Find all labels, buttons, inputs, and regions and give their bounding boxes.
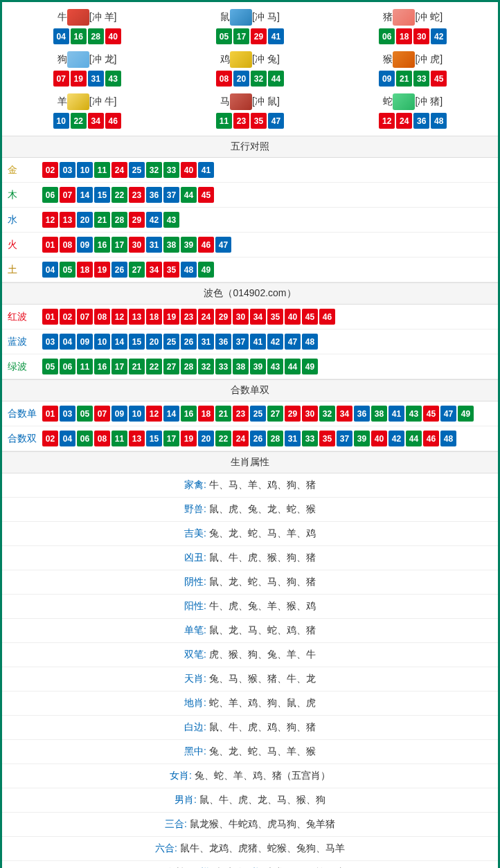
zodiac-nums: 09213345 (332, 71, 494, 87)
number-ball: 30 (413, 28, 429, 44)
attr-val: 鼠牛、龙鸡、虎猪、蛇猴、兔狗、马羊 (180, 842, 345, 853)
number-ball: 41 (198, 162, 214, 178)
data-row: 土04051819262734354849 (2, 257, 498, 282)
number-ball: 40 (181, 162, 197, 178)
attr-row: 男肖:鼠、牛、虎、龙、马、猴、狗 (2, 788, 498, 813)
number-ball: 31 (88, 71, 104, 87)
attr-key: 双笔: (184, 649, 206, 660)
attr-val: 鼠、牛、虎、鸡、狗、猪 (209, 721, 316, 732)
attr-key: 女肖: (170, 770, 192, 781)
attr-row: 地肖:蛇、羊、鸡、狗、鼠、虎 (2, 691, 498, 716)
number-ball: 06 (60, 359, 75, 374)
number-ball: 07 (94, 406, 110, 422)
number-ball: 47 (215, 237, 231, 253)
number-ball: 38 (371, 406, 387, 422)
attr-val: 蛇、羊、鸡、狗、鼠、虎 (209, 697, 316, 708)
number-ball: 38 (163, 237, 179, 253)
number-ball: 17 (111, 359, 127, 374)
number-ball: 22 (215, 431, 231, 446)
number-ball: 14 (111, 334, 127, 350)
number-ball: 11 (77, 359, 93, 374)
ic-snake-icon (393, 93, 415, 110)
number-ball: 19 (94, 262, 110, 278)
number-ball: 11 (216, 113, 232, 129)
attr-key: 家禽: (184, 479, 206, 490)
number-ball: 40 (285, 309, 301, 325)
number-ball: 28 (267, 431, 283, 446)
number-ball: 31 (285, 431, 301, 446)
qin-row: 琴:兔蛇鸡 棋:鼠牛狗 书:虎龙马 画:羊猴猪 (2, 861, 498, 868)
number-ball: 21 (215, 406, 231, 422)
number-ball: 32 (146, 162, 162, 178)
zodiac-chong: [冲 兔] (252, 53, 280, 64)
number-ball: 18 (77, 262, 93, 278)
number-ball: 14 (77, 187, 93, 203)
number-ball: 20 (77, 212, 93, 228)
number-ball: 32 (198, 359, 214, 374)
attr-val: 鼠、牛、虎、龙、马、猴、狗 (199, 794, 325, 805)
number-ball: 22 (111, 187, 127, 203)
number-ball: 27 (267, 406, 283, 422)
attr-row: 白边:鼠、牛、虎、鸡、狗、猪 (2, 716, 498, 740)
zodiac-name-text: 牛 (57, 11, 67, 22)
number-ball: 13 (60, 212, 75, 228)
number-ball: 09 (111, 406, 127, 422)
number-ball: 23 (129, 187, 145, 203)
number-ball: 16 (94, 359, 110, 374)
zodiac-cell: 蛇[冲 猪]12243648 (332, 90, 494, 132)
attr-key: 黑中: (184, 745, 206, 757)
number-ball: 46 (423, 431, 439, 446)
attr-row: 天肖:兔、马、猴、猪、牛、龙 (2, 667, 498, 691)
attr-row: 阴性:鼠、龙、蛇、马、狗、猪 (2, 570, 498, 595)
number-ball: 36 (354, 406, 370, 422)
number-ball: 34 (88, 113, 104, 129)
number-ball: 39 (250, 359, 266, 374)
number-ball: 41 (250, 334, 266, 350)
number-ball: 29 (129, 212, 145, 228)
zodiac-chong: [冲 鼠] (252, 96, 280, 107)
number-ball: 08 (60, 237, 75, 253)
zodiac-title: 狗[冲 龙] (6, 51, 168, 68)
number-ball: 32 (251, 71, 267, 87)
number-ball: 36 (413, 113, 429, 129)
attr-row: 吉美:兔、龙、蛇、马、羊、鸡 (2, 522, 498, 546)
row-nums: 06071415222336374445 (42, 187, 214, 203)
number-ball: 38 (233, 359, 249, 374)
number-ball: 42 (146, 212, 162, 228)
number-ball: 18 (198, 406, 214, 422)
number-ball: 03 (42, 334, 58, 350)
data-row: 绿波05061116172122272832333839434449 (2, 354, 498, 379)
zodiac-nums: 12243648 (332, 113, 494, 129)
number-ball: 46 (319, 309, 335, 325)
number-ball: 22 (146, 359, 162, 374)
number-ball: 26 (250, 431, 266, 446)
number-ball: 19 (71, 71, 87, 87)
number-ball: 47 (268, 113, 284, 129)
number-ball: 37 (337, 431, 352, 446)
row-nums: 0108091617303138394647 (42, 237, 231, 253)
zodiac-nums: 04162840 (6, 28, 168, 44)
number-ball: 31 (198, 334, 214, 350)
row-label: 火 (8, 239, 42, 251)
number-ball: 43 (406, 406, 422, 422)
zodiac-name-text: 鸡 (220, 53, 230, 64)
number-ball: 45 (423, 406, 439, 422)
number-ball: 40 (105, 28, 121, 44)
row-nums: 04051819262734354849 (42, 262, 214, 278)
attr-key: 野兽: (184, 503, 206, 514)
number-ball: 44 (268, 71, 284, 87)
number-ball: 35 (251, 113, 267, 129)
attr-val: 鼠龙猴、牛蛇鸡、虎马狗、兔羊猪 (190, 818, 335, 829)
number-ball: 44 (181, 187, 197, 203)
attr-val: 虎、猴、狗、兔、羊、牛 (209, 649, 316, 660)
number-ball: 18 (396, 28, 412, 44)
attr-row: 野兽:鼠、虎、兔、龙、蛇、猴 (2, 498, 498, 522)
number-ball: 28 (111, 212, 127, 228)
number-ball: 26 (181, 334, 197, 350)
number-ball: 37 (163, 187, 179, 203)
number-ball: 08 (94, 309, 110, 325)
attr-row: 家禽:牛、马、羊、鸡、狗、猪 (2, 473, 498, 498)
attr-row: 六合:鼠牛、龙鸡、虎猪、蛇猴、兔狗、马羊 (2, 837, 498, 861)
number-ball: 09 (77, 334, 93, 350)
number-ball: 39 (181, 237, 197, 253)
